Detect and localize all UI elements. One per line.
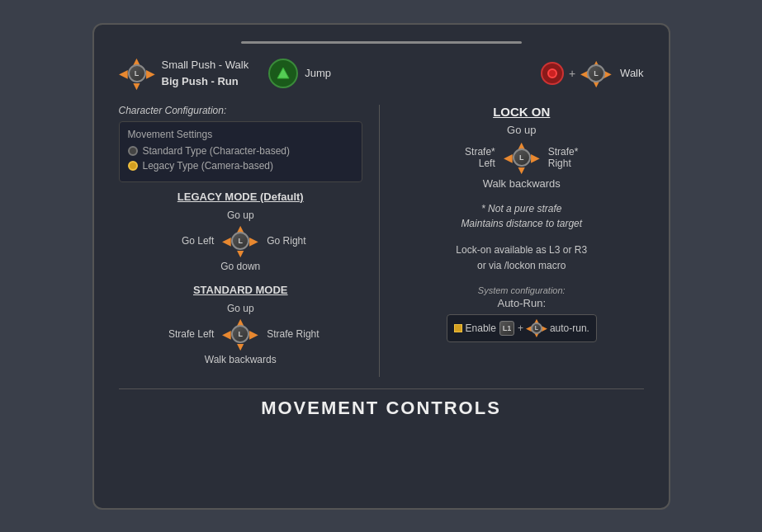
triangle-button <box>268 59 298 88</box>
plus-sign: + <box>569 67 575 80</box>
legacy-dpad-row: Go Left ▲ ▼ ◀ ▶ L Go Right <box>156 223 324 259</box>
standard-dpad-layout: Go up Strafe Left ▲ ▼ ◀ ▶ L Strafe Right… <box>119 303 363 365</box>
legacy-go-left: Go Left <box>156 235 214 247</box>
legacy-go-down: Go down <box>220 261 260 272</box>
auto-run-row: Auto-Run: <box>400 297 644 309</box>
jump-block: Jump <box>268 59 331 88</box>
system-config-title: System configuration: <box>400 285 644 295</box>
radio-legacy[interactable]: Legacy Type (Camera-based) <box>128 160 354 172</box>
radio-legacy-label: Legacy Type (Camera-based) <box>143 160 274 172</box>
right-column: LOCK ON Go up Strafe* Left ▲ ▼ ◀ ▶ L <box>380 105 644 377</box>
run-label: Big Push - Run <box>162 73 249 90</box>
jump-label: Jump <box>305 67 331 79</box>
lock-dpad-left: ◀ <box>504 152 513 163</box>
lock-l-center: L <box>513 148 531 167</box>
circle-inner <box>547 68 557 78</box>
system-config-block: System configuration: Auto-Run: Enable L… <box>400 285 644 342</box>
legacy-mode-title: LEGACY MODE (Default) <box>119 191 363 203</box>
standard-strafe-right: Strafe Right <box>267 328 324 340</box>
walk-label: Small Push - Walk <box>162 57 249 73</box>
char-config-title: Character Configuration: <box>119 105 363 116</box>
lock-strafe-left-labels: Strafe* Left <box>443 146 495 169</box>
radio-standard-label: Standard Type (Character-based) <box>143 145 291 157</box>
lock-strafe-right-labels: Strafe* Right <box>548 146 601 169</box>
radio-dot-legacy <box>128 161 138 171</box>
walk-right-label: Walk <box>620 67 643 79</box>
lock-strafe-right: Strafe* <box>548 146 601 158</box>
lock-walk-back: Walk backwards <box>400 177 644 190</box>
lock-on-title: LOCK ON <box>400 105 644 119</box>
enable-label: Enable <box>466 322 496 334</box>
plus-sign2: + <box>518 322 523 334</box>
bottom-title: MOVEMENT CONTROLS <box>119 388 644 419</box>
movement-settings-title: Movement Settings <box>128 129 354 140</box>
left-column: Character Configuration: Movement Settin… <box>119 105 381 377</box>
auto-run-box: Enable L1 + ▲ ▼ ◀ ▶ L auto-run. <box>447 314 597 342</box>
enable-dot <box>454 324 462 332</box>
walk-lock-block: + ▲ ▼ ◀ ▶ L Walk <box>541 58 644 89</box>
legacy-dpad-right: ▶ <box>249 235 258 247</box>
standard-l-stick: ▲ ▼ ◀ ▶ L <box>222 316 258 352</box>
legacy-l-stick: ▲ ▼ ◀ ▶ L <box>222 223 258 259</box>
top-controls: ▲ ▼ ◀ ▶ L Small Push - Walk Big Push - R… <box>119 55 644 92</box>
standard-mode-section: STANDARD MODE Go up Strafe Left ▲ ▼ ◀ ▶ … <box>119 284 363 365</box>
lock-strafe-left2: Left <box>443 158 495 169</box>
auto-run-text: auto-run. <box>550 322 589 334</box>
legacy-go-right: Go Right <box>267 235 324 247</box>
main-panel: ▲ ▼ ◀ ▶ L Small Push - Walk Big Push - R… <box>92 23 670 510</box>
standard-dpad-left: ◀ <box>222 328 231 340</box>
circle-button <box>541 62 564 85</box>
lock-dpad-right: ▶ <box>531 152 540 163</box>
lock-dpad-row: Strafe* Left ▲ ▼ ◀ ▶ L Strafe* Right <box>443 139 601 176</box>
standard-go-up: Go up <box>227 303 254 314</box>
radio-dot-standard <box>128 146 138 156</box>
strafe-note1: * Not a pure strafe <box>400 201 644 216</box>
strafe-note: * Not a pure strafe Maintains distance t… <box>400 201 644 231</box>
triangle-icon <box>276 66 291 81</box>
standard-walk-back: Walk backwards <box>205 354 277 365</box>
legacy-go-up: Go up <box>227 210 254 221</box>
walk-run-text: Small Push - Walk Big Push - Run <box>162 57 249 89</box>
movement-settings-box: Movement Settings Standard Type (Charact… <box>119 121 363 182</box>
dpad-arrow-left: ◀ <box>119 68 128 79</box>
lockon-note: Lock-on available as L3 or R3or via /loc… <box>400 242 644 274</box>
legacy-l-center: L <box>231 232 249 250</box>
l1-btn: L1 <box>499 321 514 336</box>
lock-dpad-layout: Strafe* Left ▲ ▼ ◀ ▶ L Strafe* Right <box>400 139 644 176</box>
lock-l-stick: ▲ ▼ ◀ ▶ L <box>504 139 540 176</box>
standard-strafe-left: Strafe Left <box>156 328 214 340</box>
legacy-dpad-left: ◀ <box>222 235 231 247</box>
l-stick-center: L <box>128 64 146 82</box>
standard-dpad-right: ▶ <box>249 328 258 340</box>
lock-on-go-up: Go up <box>400 124 644 136</box>
standard-mode-title: STANDARD MODE <box>119 284 363 296</box>
l-stick-center2: L <box>587 64 605 82</box>
walk-run-block: ▲ ▼ ◀ ▶ L Small Push - Walk Big Push - R… <box>119 55 249 92</box>
radio-standard[interactable]: Standard Type (Character-based) <box>128 145 354 157</box>
legacy-dpad-layout: Go up Go Left ▲ ▼ ◀ ▶ L Go Right Go down <box>119 210 363 272</box>
content-area: Character Configuration: Movement Settin… <box>119 105 644 377</box>
top-line <box>241 41 522 44</box>
l-stick-walk: ▲ ▼ ◀ ▶ L <box>580 58 612 89</box>
legacy-mode-section: LEGACY MODE (Default) Go up Go Left ▲ ▼ … <box>119 191 363 272</box>
strafe-note2: Maintains distance to target <box>400 216 644 231</box>
svg-marker-0 <box>277 68 289 78</box>
lock-strafe-left: Strafe* <box>443 146 495 158</box>
auto-dpad-right: ▶ <box>542 324 547 332</box>
l-stick-walk-run: ▲ ▼ ◀ ▶ L <box>119 55 155 92</box>
auto-run-l-stick: ▲ ▼ ◀ ▶ L <box>527 318 547 338</box>
char-config: Character Configuration: Movement Settin… <box>119 105 363 182</box>
lock-strafe-right2: Right <box>548 158 601 169</box>
standard-dpad-row: Strafe Left ▲ ▼ ◀ ▶ L Strafe Right <box>156 316 324 352</box>
auto-l-center: L <box>531 322 542 334</box>
standard-l-center: L <box>231 325 249 343</box>
dpad-arrow-right: ▶ <box>146 68 155 79</box>
